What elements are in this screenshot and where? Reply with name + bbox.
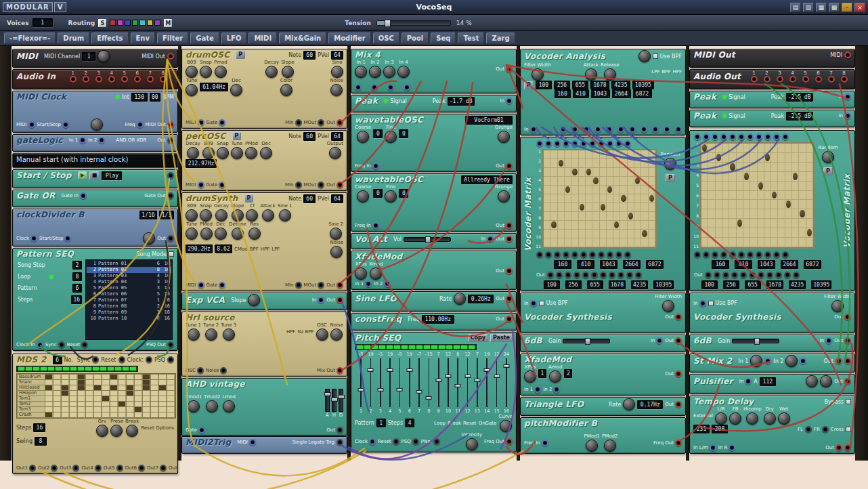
knob-decay[interactable] [187, 147, 199, 159]
jack-gate[interactable] [219, 119, 225, 126]
matrix-cell[interactable] [729, 228, 736, 238]
jack-2[interactable] [545, 140, 552, 147]
value-display[interactable]: 10395 [811, 280, 831, 289]
grid-cell[interactable] [135, 385, 142, 390]
jack-7[interactable] [758, 272, 764, 278]
matrix-cell[interactable] [743, 228, 750, 238]
matrix-cell[interactable] [750, 209, 757, 219]
jack-2[interactable] [703, 133, 710, 140]
jack-in[interactable] [506, 98, 513, 104]
matrix-cell[interactable] [634, 230, 641, 238]
matrix-cell[interactable] [586, 168, 592, 177]
matrix-cell[interactable] [558, 238, 565, 247]
jack[interactable] [844, 51, 851, 58]
matrix-cell[interactable] [722, 153, 729, 163]
matrix-cell[interactable] [771, 209, 778, 219]
jack-out[interactable] [337, 297, 343, 303]
grid-cell[interactable] [62, 412, 69, 417]
grid-cell[interactable] [118, 385, 126, 390]
knob-pmod1[interactable] [586, 440, 598, 452]
jack-in[interactable] [844, 112, 851, 119]
jack-in-l-m[interactable] [710, 444, 716, 451]
jack-11[interactable] [793, 272, 800, 278]
jack-6[interactable] [134, 76, 141, 83]
matrix-cell[interactable] [771, 200, 778, 209]
tab-env[interactable]: Env [131, 33, 155, 44]
grid-cell[interactable] [62, 375, 69, 379]
checkbox[interactable] [169, 251, 174, 257]
value-display[interactable]: 110.00Hz [422, 315, 454, 324]
matrix-cell[interactable] [544, 238, 550, 247]
matrix-cell[interactable] [544, 221, 550, 230]
grid-cell[interactable] [78, 380, 85, 385]
jack-midi[interactable] [198, 119, 204, 126]
matrix-cell[interactable] [785, 219, 792, 228]
jack-1[interactable] [536, 251, 543, 258]
jack-9[interactable] [617, 272, 624, 278]
grid-cell[interactable] [151, 380, 158, 385]
matrix-cell[interactable] [771, 182, 778, 191]
matrix-cell[interactable] [600, 150, 607, 159]
knob-in-4[interactable] [397, 66, 410, 78]
grid-cell[interactable] [135, 412, 142, 417]
matrix-cell[interactable] [550, 238, 557, 247]
matrix-cell[interactable] [758, 172, 764, 182]
grid-cell[interactable] [70, 396, 77, 401]
value-display[interactable]: 1678 [609, 280, 626, 289]
jack-7[interactable] [629, 126, 636, 133]
matrix-cell[interactable] [607, 159, 613, 168]
module-gate-or[interactable]: Gate ORGate InGate Out [12, 190, 178, 207]
grid-cell[interactable] [78, 375, 85, 379]
jack-4[interactable] [720, 133, 727, 140]
value-display[interactable]: 0 [373, 129, 383, 138]
matrix-cell[interactable] [565, 194, 571, 203]
matrix-cell[interactable] [716, 153, 722, 163]
matrix-cell[interactable] [558, 230, 565, 238]
jack-midi[interactable] [249, 439, 256, 446]
pattern-row[interactable]: 1Pattern 01616 [87, 261, 171, 267]
jack-in-1[interactable] [534, 386, 541, 393]
module-pitch-mod[interactable]: pitchModifier BFreq InPMod1PMod2Freq Out [520, 417, 686, 454]
checkbox[interactable] [539, 301, 544, 306]
jack-5[interactable] [121, 76, 128, 83]
value-display[interactable]: 410 [577, 260, 594, 269]
matrix-cell[interactable] [778, 172, 785, 182]
jack-pno[interactable] [433, 438, 440, 445]
matrix-cell[interactable] [806, 182, 813, 191]
jack-11[interactable] [624, 140, 631, 147]
module-midi[interactable]: MIDIMIDI Channel1MIDI Out [12, 49, 178, 68]
matrix-cell[interactable] [586, 238, 592, 247]
grid-cell[interactable] [45, 391, 53, 396]
matrix-cell[interactable] [634, 194, 641, 203]
matrix-cell[interactable] [600, 221, 607, 230]
jack-1[interactable] [694, 251, 701, 258]
tab-flexor[interactable]: -=Flexor=- [4, 33, 56, 44]
knob-decay[interactable] [215, 209, 227, 221]
value-display[interactable]: Play [102, 171, 122, 180]
matrix-cell[interactable] [613, 186, 620, 194]
grid-cell[interactable] [70, 385, 77, 390]
grid-cell[interactable] [143, 412, 150, 417]
button-p[interactable]: P [823, 167, 833, 175]
matrix-cell[interactable] [743, 209, 750, 219]
matrix-cell[interactable] [558, 168, 565, 177]
matrix-cell[interactable] [737, 144, 743, 153]
matrix-cell[interactable] [613, 150, 620, 159]
jack-1[interactable] [705, 272, 712, 278]
grid-cell[interactable] [151, 407, 158, 412]
matrix-cell[interactable] [641, 221, 648, 230]
jack[interactable] [167, 356, 174, 363]
matrix-cell[interactable] [607, 194, 613, 203]
matrix-cell[interactable] [628, 194, 634, 203]
grid-cell[interactable] [94, 385, 102, 390]
knob-filter-width[interactable] [662, 300, 674, 312]
module-exp-vca[interactable]: Exp VCASlopeInOut [181, 293, 347, 310]
matrix-cell[interactable] [579, 150, 586, 159]
button-copy[interactable]: Copy [468, 334, 488, 342]
jack-gate-in[interactable] [80, 192, 87, 199]
grid-cell[interactable] [53, 391, 61, 396]
jack-in[interactable] [844, 93, 851, 100]
matrix-cell[interactable] [716, 200, 722, 209]
matrix-cell[interactable] [649, 194, 655, 203]
knob[interactable] [91, 119, 103, 131]
